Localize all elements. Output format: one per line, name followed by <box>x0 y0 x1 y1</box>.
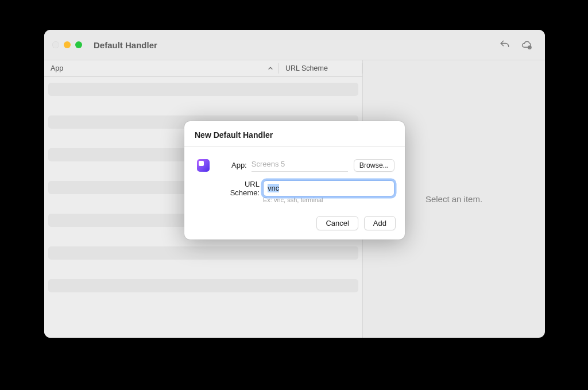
column-header-url-label: URL Scheme <box>285 64 328 72</box>
url-scheme-input[interactable]: vnc <box>263 180 394 196</box>
add-button[interactable]: Add <box>364 216 396 230</box>
dialog-body: App: Browse... URL Scheme: vnc Ex: vnc, … <box>184 147 405 208</box>
table-row <box>48 246 358 260</box>
column-header-url-scheme[interactable]: URL Scheme <box>278 64 362 72</box>
table-header: App URL Scheme <box>44 60 362 77</box>
url-scheme-label: URL Scheme: <box>215 180 263 197</box>
close-window-button[interactable] <box>52 41 59 48</box>
maximize-window-button[interactable] <box>75 41 82 48</box>
new-handler-dialog: New Default Handler App: Browse... URL S… <box>184 121 405 240</box>
dialog-header: New Default Handler <box>184 121 405 147</box>
table-row <box>48 279 358 292</box>
titlebar: Default Handler <box>44 30 545 60</box>
minimize-window-button[interactable] <box>64 41 71 48</box>
app-label: App: <box>211 161 251 169</box>
form-row-url-scheme: URL Scheme: vnc <box>195 180 394 197</box>
placeholder-text: Select an item. <box>425 194 482 204</box>
column-divider <box>362 63 362 74</box>
table-row <box>48 83 358 96</box>
column-header-app-label: App <box>51 64 63 72</box>
chevron-up-icon <box>268 65 273 71</box>
toolbar-right <box>499 39 537 51</box>
column-header-app[interactable]: App <box>44 64 278 72</box>
traffic-lights <box>52 41 82 48</box>
app-icon <box>197 159 210 172</box>
app-field[interactable] <box>252 159 348 172</box>
window-title: Default Handler <box>94 40 157 50</box>
dialog-title: New Default Handler <box>195 130 394 140</box>
url-scheme-value: vnc <box>268 184 279 192</box>
undo-icon[interactable] <box>499 39 510 51</box>
cloud-add-icon[interactable] <box>521 39 532 51</box>
cancel-button[interactable]: Cancel <box>316 216 358 230</box>
url-scheme-hint: Ex: vnc, ssh, terminal <box>263 196 394 203</box>
url-scheme-input-wrap: vnc <box>263 180 394 196</box>
browse-button[interactable]: Browse... <box>354 159 394 172</box>
form-row-app: App: Browse... <box>195 159 394 172</box>
app-icon-cell <box>195 159 211 172</box>
dialog-footer: Cancel Add <box>184 208 405 240</box>
